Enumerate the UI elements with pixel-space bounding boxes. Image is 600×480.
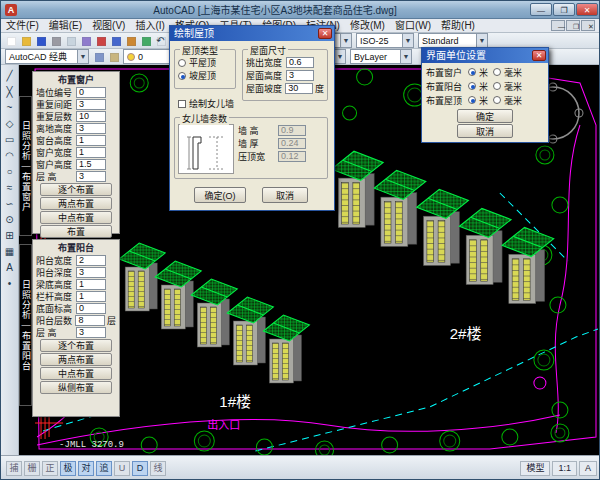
open-file-icon[interactable] [18,33,33,48]
field-input[interactable]: 0 [76,303,106,314]
spline-icon[interactable]: ∽ [2,195,18,211]
dialog-close-icon[interactable]: ✕ [318,28,332,39]
roof-type-radio[interactable]: 坡屋顶 [178,69,232,82]
menu-help[interactable]: 帮助(H) [436,19,480,32]
menu-window[interactable]: 窗口(W) [390,19,436,32]
window-place-two-point-button[interactable]: 两点布置 [40,197,112,210]
minimize-button[interactable]: — [530,3,552,16]
rectangle-icon[interactable]: ▭ [2,131,18,147]
field-input[interactable]: 3 [76,327,106,338]
menu-file[interactable]: 文件(F) [1,19,44,32]
balcony-place-side-button[interactable]: 纵侧布置 [40,381,112,394]
meter-radio[interactable] [468,82,476,90]
field-input[interactable]: 1 [76,279,106,290]
millimeter-radio[interactable] [493,68,501,76]
dialog-title-bar[interactable]: 绘制屋顶 ✕ [170,26,334,41]
ok-button[interactable]: 确定(O) [194,187,246,203]
tab-place-balcony[interactable]: 日照分析—布置阳台 [19,244,32,406]
annotation-scale-button[interactable]: 1:1 [552,461,577,476]
field-input[interactable]: 3 [76,99,106,110]
draw-parapet-checkbox[interactable]: 绘制女儿墙 [178,97,234,110]
insert-block-icon[interactable]: ⊞ [2,227,18,243]
field-input[interactable]: 1 [76,135,106,146]
snap-toggle[interactable]: 捕 [6,461,22,476]
ellipse-icon[interactable]: ⊙ [2,211,18,227]
close-button[interactable]: ✕ [576,3,598,16]
publish-icon[interactable] [78,33,93,48]
hatch-icon[interactable]: ▦ [2,243,18,259]
multiline-text-icon[interactable]: A [2,259,18,275]
lineweight-toggle[interactable]: 线 [150,461,166,476]
window-place-button[interactable]: 布置 [40,225,112,238]
layer-properties-icon[interactable] [91,49,106,64]
cancel-button[interactable]: 取消 [457,124,513,138]
balcony-place-midpoint-button[interactable]: 中点布置 [40,367,112,380]
child-minimize-button[interactable]: — [551,20,565,31]
window-place-individually-button[interactable]: 逐个布置 [40,183,112,196]
field-input[interactable]: 0 [76,87,106,98]
balcony-place-individually-button[interactable]: 逐个布置 [40,339,112,352]
polyline-icon[interactable]: ~ [2,99,18,115]
field-input[interactable]: 0.6 [286,57,314,68]
dialog-close-icon[interactable]: ✕ [532,50,546,61]
plot-preview-icon[interactable] [63,33,78,48]
field-input[interactable]: 1.5 [76,159,106,170]
window-place-midpoint-button[interactable]: 中点布置 [40,211,112,224]
cancel-button[interactable]: 取消 [262,187,308,203]
menu-edit[interactable]: 编辑(E) [44,19,87,32]
cut-icon[interactable] [93,33,108,48]
millimeter-radio[interactable] [493,96,501,104]
ok-button[interactable]: 确定 [457,109,513,123]
field-input[interactable]: 1 [76,291,106,302]
tab-place-window[interactable]: 日照分析—布置窗户 [19,96,32,236]
point-tool-icon[interactable]: • [2,275,18,291]
workspace-combo[interactable]: AutoCAD 经典▼ [5,49,89,64]
workspace-switch-button[interactable]: A [579,461,597,476]
model-space-button[interactable]: 模型 [520,461,550,476]
grid-toggle[interactable]: 栅 [24,461,40,476]
undo-icon[interactable]: ↶ [153,33,168,48]
new-file-icon[interactable] [3,33,18,48]
arc-icon[interactable]: ◠ [2,147,18,163]
child-close-button[interactable]: ✕ [581,20,595,31]
ducs-toggle[interactable]: U [114,461,130,476]
lineweight-combo[interactable]: ByLayer▼ [350,49,412,64]
child-restore-button[interactable]: ❐ [566,20,580,31]
roof-type-radio[interactable]: 平屋顶 [178,56,232,69]
field-input[interactable]: 3 [76,123,106,134]
field-input[interactable]: 2 [76,255,106,266]
title-bar[interactable]: A AutoCAD [上海市某住宅小区A3地块配套商品住宅.dwg] — ❐ ✕ [1,1,600,19]
meter-radio[interactable] [468,68,476,76]
maximize-button[interactable]: ❐ [553,3,575,16]
save-icon[interactable] [33,33,48,48]
field-input[interactable]: 8 [75,315,105,326]
menu-modify[interactable]: 修改(M) [345,19,390,32]
plot-icon[interactable] [48,33,63,48]
balcony-place-two-point-button[interactable]: 两点布置 [40,353,112,366]
dim-style-combo[interactable]: ISO-25▼ [356,33,414,48]
match-properties-icon[interactable] [138,33,153,48]
copy-icon[interactable] [108,33,123,48]
line-tool-icon[interactable]: ╱ [2,67,18,83]
polar-toggle[interactable]: 极 [60,461,76,476]
layer-states-icon[interactable] [106,49,121,64]
dialog-title-bar[interactable]: 界面单位设置 ✕ [422,48,548,63]
dyn-toggle[interactable]: D [132,461,148,476]
field-input[interactable]: 1 [76,147,106,158]
osnap-toggle[interactable]: 对 [78,461,94,476]
construction-line-icon[interactable]: ╳ [2,83,18,99]
field-input[interactable]: 10 [76,111,106,122]
polygon-icon[interactable]: ◇ [2,115,18,131]
circle-icon[interactable]: ○ [2,163,18,179]
millimeter-radio[interactable] [493,82,501,90]
table-style-combo[interactable]: Standard▼ [418,33,488,48]
ortho-toggle[interactable]: 正 [42,461,58,476]
menu-view[interactable]: 视图(V) [87,19,130,32]
revision-cloud-icon[interactable]: ≈ [2,179,18,195]
paste-icon[interactable] [123,33,138,48]
otrack-toggle[interactable]: 追 [96,461,112,476]
menu-insert[interactable]: 插入(I) [130,19,169,32]
meter-radio[interactable] [468,96,476,104]
field-input[interactable]: 30 [285,83,313,94]
field-input[interactable]: 3 [76,171,106,182]
